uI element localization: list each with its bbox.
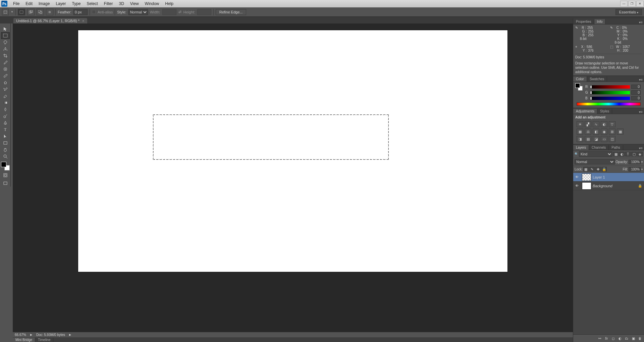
zoom-level[interactable]: 66.67%	[15, 333, 26, 337]
photo-filter-button[interactable]: ◉	[601, 129, 607, 135]
invert-button[interactable]: ◨	[577, 136, 583, 142]
style-select[interactable]: Normal	[128, 9, 148, 15]
exposure-button[interactable]: ◐	[601, 121, 607, 127]
layer-mask-button[interactable]: ◻	[610, 336, 616, 341]
lock-transparency-button[interactable]: ▦	[583, 167, 589, 172]
selection-subtract-button[interactable]	[37, 9, 44, 15]
canvas[interactable]	[78, 30, 507, 272]
refine-edge-button[interactable]: Refine Edge...	[216, 9, 247, 15]
black-white-button[interactable]: ◧	[593, 129, 599, 135]
link-layers-button[interactable]: ⚯	[597, 336, 603, 341]
layer-style-button[interactable]: fx	[603, 336, 609, 341]
lock-position-button[interactable]: ✥	[595, 167, 601, 172]
pen-tool[interactable]	[1, 119, 10, 126]
menu-select[interactable]: Select	[84, 0, 101, 7]
b-input[interactable]	[631, 96, 641, 100]
paths-tab[interactable]: Paths	[609, 145, 623, 150]
info-tab[interactable]: Info	[594, 19, 606, 24]
tool-preset-picker[interactable]	[2, 9, 9, 15]
type-tool[interactable]: T	[1, 126, 10, 133]
b-slider[interactable]	[590, 97, 630, 100]
filter-icon[interactable]: 🔍	[575, 152, 578, 156]
rectangle-tool[interactable]	[1, 140, 10, 146]
healing-brush-tool[interactable]	[1, 66, 10, 72]
r-input[interactable]	[631, 85, 641, 89]
gradient-map-button[interactable]: ▭	[601, 136, 607, 142]
panel-menu-icon[interactable]: ▾≡	[638, 78, 644, 82]
lasso-tool[interactable]	[1, 39, 10, 46]
fill-input[interactable]	[629, 167, 641, 172]
new-layer-button[interactable]: ▣	[630, 336, 636, 341]
brush-tool[interactable]	[1, 72, 10, 79]
new-fill-adjustment-button[interactable]: ◐	[617, 336, 623, 341]
move-tool[interactable]	[1, 26, 10, 32]
menu-image[interactable]: Image	[36, 0, 53, 7]
quick-mask-button[interactable]	[1, 172, 10, 179]
color-lookup-button[interactable]: ▦	[617, 129, 624, 135]
color-spectrum[interactable]	[577, 102, 641, 106]
workspace-switcher[interactable]: Essentials ▾	[615, 9, 642, 15]
blend-mode-select[interactable]: Normal	[575, 159, 615, 164]
arrow-right-icon[interactable]: ▶	[69, 333, 71, 336]
channels-tab[interactable]: Channels	[589, 145, 609, 150]
window-maximize-button[interactable]: ❐	[628, 1, 636, 7]
window-close-button[interactable]: ✕	[636, 1, 644, 7]
foreground-color-swatch[interactable]	[1, 162, 6, 167]
menu-layer[interactable]: Layer	[53, 0, 69, 7]
filter-type-button[interactable]: T	[625, 152, 631, 156]
gradient-tool[interactable]	[1, 99, 10, 106]
eyedropper-tool[interactable]	[1, 59, 10, 66]
selection-add-button[interactable]	[27, 9, 35, 15]
zoom-tool[interactable]	[1, 153, 10, 160]
levels-button[interactable]: ▞	[585, 121, 591, 127]
menu-type[interactable]: Type	[69, 0, 84, 7]
rectangular-marquee-tool[interactable]	[1, 32, 10, 39]
timeline-tab[interactable]: Timeline	[35, 338, 53, 342]
selection-new-button[interactable]	[18, 9, 25, 15]
eraser-tool[interactable]	[1, 93, 10, 99]
g-slider[interactable]	[590, 91, 630, 94]
styles-tab[interactable]: Styles	[597, 109, 612, 114]
opacity-input[interactable]	[629, 160, 641, 164]
g-input[interactable]	[631, 90, 641, 95]
path-selection-tool[interactable]	[1, 133, 10, 140]
clone-stamp-tool[interactable]	[1, 79, 10, 86]
mini-bridge-tab[interactable]: Mini Bridge	[13, 338, 35, 342]
filter-adjustment-button[interactable]: ◐	[619, 152, 625, 156]
layer-name[interactable]: Layer 1	[593, 175, 644, 179]
panel-menu-icon[interactable]: ▾≡	[638, 110, 644, 114]
delete-layer-button[interactable]: 🗑	[637, 336, 643, 341]
curves-button[interactable]: ∿	[593, 121, 599, 127]
menu-view[interactable]: View	[127, 0, 142, 7]
layer-row[interactable]: 👁 Layer 1	[573, 173, 644, 182]
quick-selection-tool[interactable]	[1, 46, 10, 52]
layer-thumbnail[interactable]	[582, 174, 591, 181]
menu-file[interactable]: File	[10, 0, 22, 7]
crop-tool[interactable]	[1, 52, 10, 59]
menu-window[interactable]: Window	[142, 0, 162, 7]
document-tab[interactable]: Untitled-1 @ 66.7% (Layer 1, RGB/8) * ×	[13, 18, 87, 23]
visibility-toggle[interactable]: 👁	[573, 175, 581, 179]
filter-pixel-button[interactable]: ▦	[613, 152, 619, 156]
hand-tool[interactable]	[1, 146, 10, 153]
layer-filter-kind[interactable]: Kind	[579, 151, 612, 157]
visibility-toggle[interactable]: 👁	[573, 184, 581, 188]
fg-color-chip[interactable]	[575, 83, 580, 88]
menu-filter[interactable]: Filter	[101, 0, 116, 7]
selection-intersect-button[interactable]	[46, 9, 53, 15]
screen-mode-button[interactable]	[1, 180, 10, 187]
history-brush-tool[interactable]	[1, 86, 10, 93]
layer-row[interactable]: 👁 Background 🔒	[573, 182, 644, 190]
blur-tool[interactable]	[1, 106, 10, 113]
feather-input[interactable]	[73, 9, 88, 15]
layer-thumbnail[interactable]	[582, 182, 591, 190]
dodge-tool[interactable]	[1, 113, 10, 119]
arrow-right-icon[interactable]: ▶	[30, 333, 32, 336]
color-balance-button[interactable]: ⚖	[585, 129, 591, 135]
window-minimize-button[interactable]: —	[620, 1, 628, 7]
properties-tab[interactable]: Properties	[573, 19, 594, 24]
adjustments-tab[interactable]: Adjustments	[573, 109, 597, 114]
threshold-button[interactable]: ◪	[593, 136, 599, 142]
panel-menu-icon[interactable]: ▾≡	[638, 146, 644, 150]
menu-help[interactable]: Help	[162, 0, 176, 7]
